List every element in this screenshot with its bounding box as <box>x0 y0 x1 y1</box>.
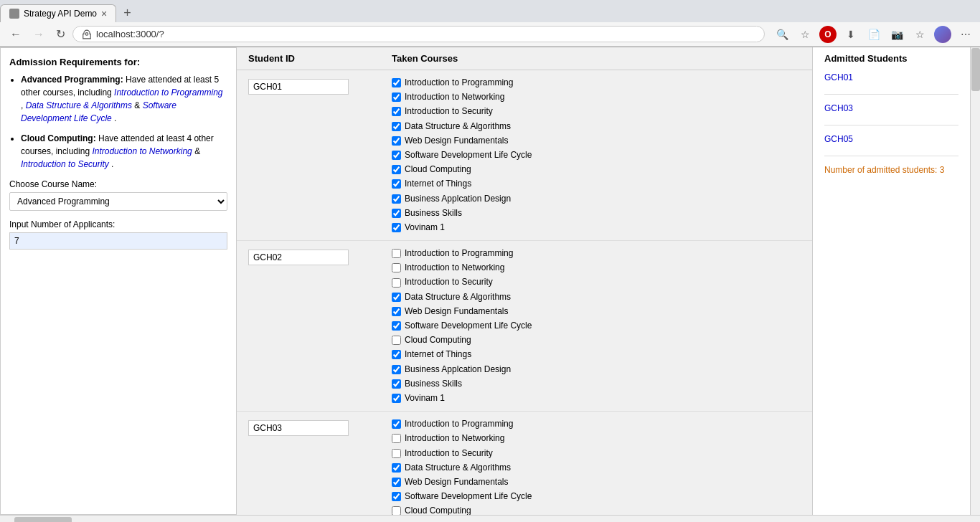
reader-icon[interactable]: 📄 <box>865 26 882 43</box>
back-button[interactable]: ← <box>6 26 26 43</box>
list-item[interactable]: Introduction to Networking <box>392 90 801 104</box>
admitted-student-1: GCH01 <box>824 72 958 82</box>
course-name: Web Design Fundamentals <box>405 134 509 148</box>
list-item[interactable]: Software Development Life Cycle <box>392 490 801 503</box>
course-name: Business Applcation Design <box>405 363 511 376</box>
list-item[interactable]: Data Structure & Algorithms <box>392 120 801 133</box>
list-item[interactable]: Introduction to Programming <box>392 417 801 431</box>
course-checkbox[interactable] <box>392 78 401 87</box>
active-tab[interactable]: Strategy API Demo × <box>0 4 116 22</box>
course-checkbox[interactable] <box>392 92 401 102</box>
list-item[interactable]: Introduction to Networking <box>392 261 801 275</box>
student-id-input[interactable] <box>248 79 349 95</box>
course-checkbox[interactable] <box>392 151 401 160</box>
scrollbar-track[interactable] <box>970 47 980 515</box>
course-checkbox[interactable] <box>392 394 401 403</box>
list-item[interactable]: Vovinam 1 <box>392 221 801 234</box>
list-item[interactable]: Introduction to Security <box>392 105 801 118</box>
course-checkbox[interactable] <box>392 307 401 316</box>
course-checkbox[interactable] <box>392 379 401 389</box>
course-checkbox[interactable] <box>392 492 401 501</box>
favorites-icon[interactable]: ☆ <box>911 26 928 43</box>
menu-button[interactable]: ⋯ <box>957 26 974 43</box>
tab-close-button[interactable]: × <box>101 9 107 19</box>
opera-icon[interactable]: O <box>819 26 837 43</box>
refresh-button[interactable]: ↻ <box>52 25 70 43</box>
courses-cell: Introduction to Programming Introduction… <box>392 76 801 234</box>
list-item[interactable]: Web Design Fundamentals <box>392 134 801 148</box>
horizontal-scroll-thumb[interactable] <box>14 517 72 523</box>
course-checkbox[interactable] <box>392 419 401 429</box>
student-id-cell <box>248 417 392 436</box>
course-name: Business Skills <box>405 207 462 220</box>
intro-networking-link: Introduction to Networking <box>92 146 192 156</box>
scrollbar-thumb[interactable] <box>971 48 980 91</box>
course-checkbox[interactable] <box>392 293 401 302</box>
course-checkbox[interactable] <box>392 434 401 443</box>
list-item[interactable]: Vovinam 1 <box>392 392 801 405</box>
course-checkbox[interactable] <box>392 249 401 258</box>
col-student-id: Student ID <box>248 53 392 64</box>
course-name-select[interactable]: Advanced Programming Cloud Computing <box>9 192 227 211</box>
table-header: Student ID Taken Courses <box>237 47 812 70</box>
course-checkbox[interactable] <box>392 449 401 458</box>
course-checkbox[interactable] <box>392 209 401 218</box>
course-checkbox[interactable] <box>392 122 401 131</box>
num-applicants-input[interactable] <box>9 232 227 250</box>
course-checkbox[interactable] <box>392 223 401 232</box>
course-checkbox[interactable] <box>392 263 401 272</box>
list-item[interactable]: Introduction to Networking <box>392 432 801 445</box>
list-item[interactable]: Business Skills <box>392 377 801 391</box>
list-item[interactable]: Introduction to Security <box>392 447 801 460</box>
course-checkbox[interactable] <box>392 463 401 473</box>
list-item[interactable]: Cloud Computing <box>392 333 801 347</box>
screenshot-icon[interactable]: 📷 <box>888 26 905 43</box>
course-checkbox[interactable] <box>392 165 401 174</box>
list-item[interactable]: Cloud Computing <box>392 504 801 515</box>
course-name: Introduction to Networking <box>405 261 504 275</box>
list-item[interactable]: Software Development Life Cycle <box>392 319 801 333</box>
list-item[interactable]: Internet of Things <box>392 177 801 191</box>
forward-button[interactable]: → <box>29 26 49 43</box>
tab-bar: Strategy API Demo × + <box>0 0 980 22</box>
list-item[interactable]: Web Design Fundamentals <box>392 305 801 318</box>
list-item[interactable]: Internet of Things <box>392 348 801 361</box>
list-item[interactable]: Introduction to Security <box>392 275 801 289</box>
courses-cell: Introduction to Programming Introduction… <box>392 417 801 515</box>
course-name: Web Design Fundamentals <box>405 305 509 318</box>
list-item[interactable]: Business Applcation Design <box>392 363 801 376</box>
bookmark-icon[interactable]: ☆ <box>796 26 814 43</box>
student-id-input[interactable] <box>248 250 349 265</box>
list-item[interactable]: Data Structure & Algorithms <box>392 290 801 304</box>
list-item[interactable]: Business Skills <box>392 207 801 220</box>
course-checkbox[interactable] <box>392 365 401 374</box>
course-checkbox[interactable] <box>392 278 401 288</box>
course-checkbox[interactable] <box>392 321 401 331</box>
list-item[interactable]: Business Applcation Design <box>392 192 801 206</box>
course-checkbox[interactable] <box>392 107 401 116</box>
list-item[interactable]: Introduction to Programming <box>392 247 801 260</box>
horizontal-scrollbar[interactable] <box>0 515 980 522</box>
download-icon[interactable]: ⬇ <box>842 26 859 43</box>
course-checkbox[interactable] <box>392 136 401 146</box>
course-name: Introduction to Programming <box>405 247 513 260</box>
list-item[interactable]: Data Structure & Algorithms <box>392 461 801 475</box>
end1: . <box>114 113 116 123</box>
address-bar[interactable]: localhost:3000/? <box>72 26 765 42</box>
course-checkbox[interactable] <box>392 194 401 204</box>
list-item[interactable]: Introduction to Programming <box>392 76 801 90</box>
student-id-input[interactable] <box>248 420 349 436</box>
course-checkbox[interactable] <box>392 336 401 345</box>
course-checkbox[interactable] <box>392 506 401 515</box>
cloud-sep: & <box>194 146 200 156</box>
list-item[interactable]: Web Design Fundamentals <box>392 475 801 489</box>
profile-avatar[interactable] <box>934 26 951 43</box>
search-icon[interactable]: 🔍 <box>773 26 791 43</box>
admitted-student-2: GCH03 <box>824 103 958 113</box>
new-tab-button[interactable]: + <box>119 6 136 21</box>
course-checkbox[interactable] <box>392 350 401 359</box>
list-item[interactable]: Cloud Computing <box>392 163 801 176</box>
course-checkbox[interactable] <box>392 179 401 189</box>
list-item[interactable]: Software Development Life Cycle <box>392 148 801 162</box>
course-checkbox[interactable] <box>392 478 401 487</box>
